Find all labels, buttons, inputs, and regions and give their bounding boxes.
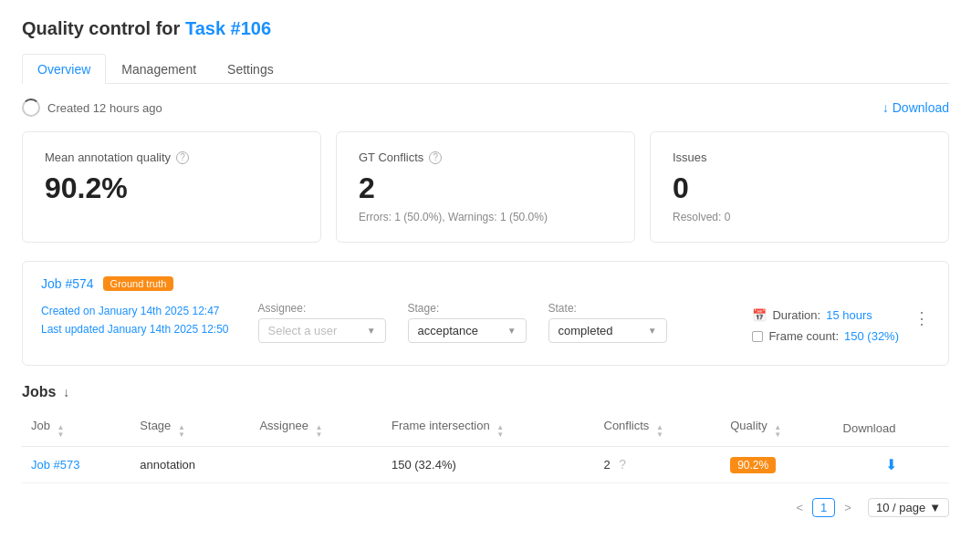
pagination: < 1 > 10 / page ▼ xyxy=(22,498,949,517)
col-download: Download xyxy=(834,411,949,447)
job-card-right: 📅 Duration: 15 hours Frame count: 150 (3… xyxy=(752,308,899,343)
conflicts-label: GT Conflicts ? xyxy=(359,150,612,164)
tabs-bar: Overview Management Settings xyxy=(22,54,949,84)
sort-conflicts-icon[interactable]: ▲▼ xyxy=(656,424,663,439)
current-page[interactable]: 1 xyxy=(812,498,835,517)
stage-chevron-icon: ▼ xyxy=(507,326,517,336)
quality-label: Mean annotation quality ? xyxy=(45,150,298,164)
quality-help-icon[interactable]: ? xyxy=(176,151,189,164)
quality-badge: 90.2% xyxy=(730,457,776,473)
sort-assignee-icon[interactable]: ▲▼ xyxy=(316,424,323,439)
td-quality: 90.2% xyxy=(721,446,833,482)
table-row: Job #573 annotation 150 (32.4%) 2 ? 90.2… xyxy=(22,446,949,482)
issues-sub: Resolved: 0 xyxy=(673,211,926,223)
col-job: Job ▲▼ xyxy=(22,411,131,447)
quality-value: 90.2% xyxy=(45,171,298,205)
issues-value: 0 xyxy=(673,171,926,205)
loading-spinner xyxy=(22,99,40,117)
conflicts-sub: Errors: 1 (50.0%), Warnings: 1 (50.0%) xyxy=(359,211,612,223)
sort-job-icon[interactable]: ▲▼ xyxy=(57,424,65,439)
page-title: Quality control for Task #106 xyxy=(22,18,949,39)
task-link[interactable]: Task #106 xyxy=(185,18,271,38)
tab-overview[interactable]: Overview xyxy=(22,54,106,84)
stage-field: Stage: acceptance ▼ xyxy=(408,302,527,343)
job-card-fields: Assignee: Select a user ▼ Stage: accepta… xyxy=(258,302,667,343)
tab-settings[interactable]: Settings xyxy=(212,54,289,84)
state-field: State: completed ▼ xyxy=(548,302,667,343)
per-page-select[interactable]: 10 / page ▼ xyxy=(868,498,949,517)
col-stage: Stage ▲▼ xyxy=(131,411,250,447)
quality-card: Mean annotation quality ? 90.2% xyxy=(22,131,321,243)
td-stage: annotation xyxy=(131,446,250,482)
issues-card: Issues 0 Resolved: 0 xyxy=(650,131,949,243)
more-options-button[interactable]: ⋮ xyxy=(914,308,930,328)
frame-count-row: Frame count: 150 (32%) xyxy=(752,329,899,343)
td-conflicts: 2 ? xyxy=(595,446,722,482)
state-select[interactable]: completed ▼ xyxy=(548,318,667,343)
td-frame-intersection: 150 (32.4%) xyxy=(382,446,595,482)
col-frame-intersection: Frame intersection ▲▼ xyxy=(382,411,595,447)
toolbar: Created 12 hours ago ↓ Download xyxy=(22,99,949,117)
job-card-header: Job #574 Ground truth xyxy=(41,276,930,291)
table-header-row: Job ▲▼ Stage ▲▼ Assignee ▲▼ Frame inters… xyxy=(22,411,949,447)
tab-management[interactable]: Management xyxy=(106,54,212,84)
stage-select[interactable]: acceptance ▼ xyxy=(408,318,527,343)
row-download-icon[interactable]: ⬇ xyxy=(885,457,897,472)
toolbar-left: Created 12 hours ago xyxy=(22,99,162,117)
created-text: Created 12 hours ago xyxy=(47,101,162,115)
calendar-icon: 📅 xyxy=(752,308,767,322)
td-assignee xyxy=(250,446,382,482)
col-quality: Quality ▲▼ xyxy=(721,411,833,447)
job-card-link[interactable]: Job #574 xyxy=(41,276,94,291)
duration-row: 📅 Duration: 15 hours xyxy=(752,308,872,322)
prev-page-button[interactable]: < xyxy=(790,499,809,516)
assignee-field: Assignee: Select a user ▼ xyxy=(258,302,386,343)
stats-row: Mean annotation quality ? 90.2% GT Confl… xyxy=(22,131,949,243)
conflicts-help-icon[interactable]: ? xyxy=(429,151,442,164)
job-row-link[interactable]: Job #573 xyxy=(31,458,80,472)
state-chevron-icon: ▼ xyxy=(648,326,657,336)
conflicts-card: GT Conflicts ? 2 Errors: 1 (50.0%), Warn… xyxy=(336,131,635,243)
jobs-section: Jobs ↓ Job ▲▼ Stage ▲▼ Assignee ▲▼ xyxy=(22,384,949,483)
conflicts-value: 2 xyxy=(359,171,612,205)
assignee-chevron-icon: ▼ xyxy=(367,326,376,336)
download-button[interactable]: ↓ Download xyxy=(882,100,949,115)
td-job: Job #573 xyxy=(22,446,131,482)
sort-quality-icon[interactable]: ▲▼ xyxy=(774,424,781,439)
ground-truth-badge: Ground truth xyxy=(103,276,174,291)
col-assignee: Assignee ▲▼ xyxy=(250,411,382,447)
conflicts-help-icon[interactable]: ? xyxy=(619,457,626,472)
issues-label: Issues xyxy=(673,150,926,164)
job-card: Job #574 Ground truth Created on January… xyxy=(22,261,949,366)
checkbox-icon xyxy=(752,331,763,342)
job-card-body: Created on January 14th 2025 12:47 Last … xyxy=(41,302,930,350)
td-download[interactable]: ⬇ xyxy=(834,446,949,482)
sort-frame-icon[interactable]: ▲▼ xyxy=(496,424,504,439)
sort-stage-icon[interactable]: ▲▼ xyxy=(178,424,185,439)
next-page-button[interactable]: > xyxy=(839,499,857,516)
job-card-meta: Created on January 14th 2025 12:47 Last … xyxy=(41,302,229,339)
per-page-chevron-icon: ▼ xyxy=(929,501,941,514)
download-arrow-icon: ↓ xyxy=(882,100,889,115)
jobs-table: Job ▲▼ Stage ▲▼ Assignee ▲▼ Frame inters… xyxy=(22,411,949,483)
jobs-download-icon[interactable]: ↓ xyxy=(63,385,69,399)
jobs-section-header: Jobs ↓ xyxy=(22,384,949,400)
assignee-select[interactable]: Select a user ▼ xyxy=(258,318,386,343)
col-conflicts: Conflicts ▲▼ xyxy=(595,411,722,447)
